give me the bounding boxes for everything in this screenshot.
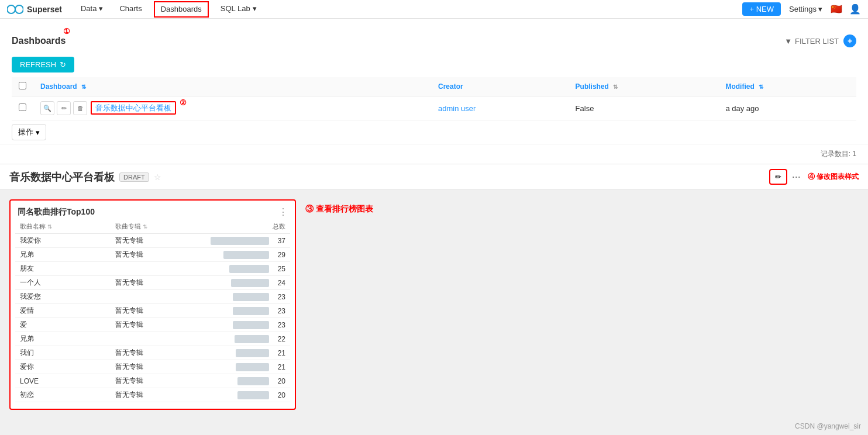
song-count-cell: 23 — [206, 290, 290, 304]
chart-table-row: 我爱您23 — [15, 290, 290, 304]
edit-dashboard-button[interactable]: ✏ — [769, 169, 787, 185]
row-actions: 🔍 ✏ 🗑 — [40, 101, 87, 115]
dashboard-canvas: 同名歌曲排行Top100 ⋮ 歌曲名称 ⇅ — [0, 190, 868, 419]
chart-table-row: LOVE暂无专辑20 — [15, 374, 290, 388]
add-dashboard-button[interactable]: + — [843, 34, 856, 47]
chart-table-row: 兄弟暂无专辑29 — [15, 248, 290, 262]
select-all-checkbox[interactable] — [19, 82, 26, 89]
song-album-cell: 暂无专辑 — [111, 346, 206, 360]
annotation-2: ② — [180, 98, 187, 107]
nav-item-data[interactable]: Data ▾ — [74, 0, 110, 19]
dashboard-cell: 🔍 ✏ 🗑 音乐数据中心平台看板 ② — [40, 101, 424, 115]
song-album-cell — [111, 262, 206, 276]
sort-dashboard-icon: ⇅ — [81, 84, 86, 90]
annotation-4-label: ④ 修改图表样式 — [808, 172, 859, 182]
song-album-cell — [111, 332, 206, 346]
song-album-cell: 暂无专辑 — [111, 234, 206, 248]
song-count-cell: 23 — [206, 318, 290, 332]
modified-col-header[interactable]: Modified ⇅ — [718, 77, 856, 96]
song-count-cell: 20 — [206, 388, 290, 402]
chart-table-row: 爱你暂无专辑21 — [15, 360, 290, 374]
dashboards-panel: ① Dashboards ▼ FILTER LIST + REFRESH ↻ — [0, 19, 868, 164]
song-name-cell: 兄弟 — [15, 248, 111, 262]
sort-name-icon: ⇅ — [47, 223, 52, 230]
language-flag[interactable]: 🇨🇳 — [831, 4, 842, 15]
chart-table-row: 一个人暂无专辑24 — [15, 276, 290, 290]
song-count-cell: 37 — [206, 234, 290, 248]
song-name-cell: 朋友 — [15, 262, 111, 276]
chart-widget-top100: 同名歌曲排行Top100 ⋮ 歌曲名称 ⇅ — [9, 199, 296, 410]
song-count-cell: 21 — [206, 360, 290, 374]
chevron-down-icon: ▾ — [818, 5, 822, 13]
nav-item-dashboards[interactable]: Dashboards — [154, 1, 209, 18]
svg-point-1 — [15, 5, 23, 13]
annotation-1: ① — [63, 27, 70, 36]
dashboard-view: 音乐数据中心平台看板 DRAFT ☆ ✏ ··· ④ 修改图表样式 同名歌曲 — [0, 164, 868, 435]
song-count-cell: 23 — [206, 304, 290, 318]
edit-row-button[interactable]: ✏ — [57, 101, 71, 115]
song-album-cell: 暂无专辑 — [111, 374, 206, 388]
user-icon[interactable]: 👤 — [849, 4, 861, 15]
settings-menu[interactable]: Settings ▾ — [783, 5, 828, 13]
song-album-cell: 暂无专辑 — [111, 276, 206, 290]
top-nav: Superset Data ▾ Charts Dashboards SQL La… — [0, 0, 868, 19]
search-row-button[interactable]: 🔍 — [40, 101, 54, 115]
dashboards-title: Dashboards — [12, 36, 66, 46]
filter-list-button[interactable]: ▼ FILTER LIST — [784, 37, 839, 46]
chart-widget-header: 同名歌曲排行Top100 ⋮ — [11, 201, 295, 220]
song-count-cell: 21 — [206, 346, 290, 360]
chevron-down-icon: ▾ — [99, 4, 103, 13]
song-album-cell — [111, 290, 206, 304]
song-count-cell: 24 — [206, 276, 290, 290]
chart-menu-button[interactable]: ⋮ — [278, 206, 288, 218]
chevron-down-icon: ▾ — [36, 128, 40, 137]
new-button[interactable]: + NEW — [742, 2, 781, 16]
dashboard-titlebar: 音乐数据中心平台看板 DRAFT ☆ ✏ ··· ④ 修改图表样式 — [0, 164, 868, 190]
sort-published-icon: ⇅ — [613, 84, 618, 90]
nav-item-charts[interactable]: Charts — [112, 0, 149, 19]
dashboard-link[interactable]: 音乐数据中心平台看板 — [91, 101, 176, 115]
delete-row-button[interactable]: 🗑 — [73, 101, 87, 115]
content-area: ① Dashboards ▼ FILTER LIST + REFRESH ↻ — [0, 19, 868, 435]
row-checkbox[interactable] — [19, 103, 26, 111]
nav-logo: Superset — [7, 4, 62, 15]
annotation-3-container: ③ 查看排行榜图表 — [305, 199, 373, 215]
chart-table-container: 歌曲名称 ⇅ 歌曲专辑 ⇅ 总数 — [11, 220, 295, 407]
song-count-cell: 25 — [206, 262, 290, 276]
csdn-credit: CSDN @yangwei_sir — [795, 422, 861, 430]
dashboards-table: Dashboard ⇅ Creator Published ⇅ — [12, 77, 856, 120]
sort-modified-icon: ⇅ — [759, 84, 763, 90]
creator-link[interactable]: admin user — [438, 104, 476, 113]
sort-album-icon: ⇅ — [143, 223, 147, 230]
creator-col-header[interactable]: Creator — [431, 77, 569, 96]
star-icon[interactable]: ☆ — [154, 172, 161, 182]
select-all-header — [12, 77, 33, 96]
song-album-cell: 暂无专辑 — [111, 318, 206, 332]
modified-cell: a day ago — [718, 96, 856, 120]
chart-table-row: 初恋暂无专辑20 — [15, 388, 290, 402]
dashboard-col-header[interactable]: Dashboard ⇅ — [33, 77, 431, 96]
annotation-3-label: ③ 查看排行榜图表 — [305, 204, 373, 213]
song-count-cell: 20 — [206, 374, 290, 388]
song-name-cell: LOVE — [15, 374, 111, 388]
published-cell: False — [569, 96, 719, 120]
published-col-header[interactable]: Published ⇅ — [569, 77, 719, 96]
song-album-cell: 暂无专辑 — [111, 360, 206, 374]
refresh-icon: ↻ — [60, 60, 66, 69]
song-count-cell: 22 — [206, 332, 290, 346]
song-album-cell: 暂无专辑 — [111, 248, 206, 262]
nav-item-sqllab[interactable]: SQL Lab ▾ — [213, 0, 264, 19]
chart-table-row: 爱暂无专辑23 — [15, 318, 290, 332]
chart-table-row: 我们暂无专辑21 — [15, 346, 290, 360]
song-count-cell: 29 — [206, 248, 290, 262]
chart-table-row: 兄弟22 — [15, 332, 290, 346]
chart-widget-title: 同名歌曲排行Top100 — [18, 207, 95, 218]
draft-badge: DRAFT — [119, 172, 149, 182]
more-options-button[interactable]: ··· — [792, 171, 801, 183]
operations-button[interactable]: 操作 ▾ — [12, 124, 46, 140]
song-name-cell: 初恋 — [15, 388, 111, 402]
dashboards-header: Dashboards ▼ FILTER LIST + — [0, 27, 868, 52]
song-name-cell: 我爱您 — [15, 290, 111, 304]
refresh-button[interactable]: REFRESH ↻ — [12, 57, 74, 72]
edit-icon: ✏ — [775, 172, 781, 181]
